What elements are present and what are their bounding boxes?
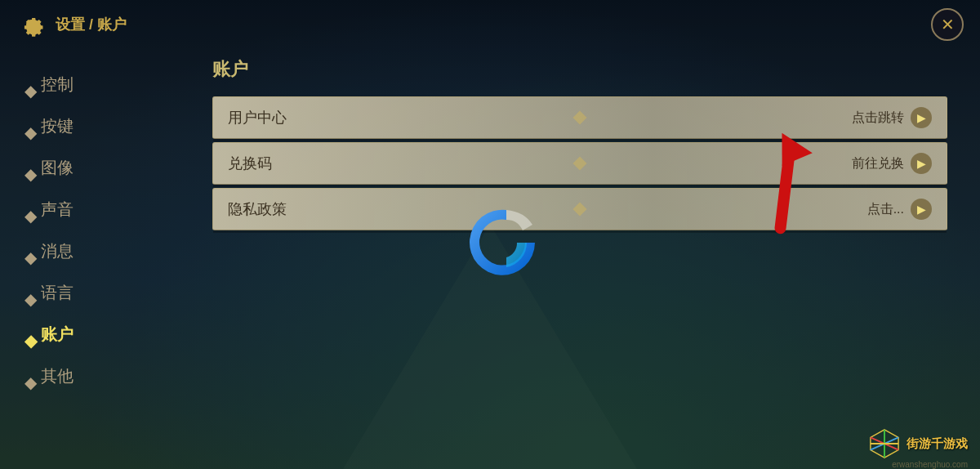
action-text-1: 前往兑换 xyxy=(852,155,904,172)
section-title: 账户 xyxy=(212,57,947,82)
sidebar: ◆ 控制 ◆ 按键 ◆ 图像 ◆ 声音 ◆ 消息 ◆ 语言 xyxy=(0,57,180,461)
sidebar-label-message: 消息 xyxy=(41,240,74,262)
sidebar-label-sound: 声音 xyxy=(41,199,74,221)
main-content: 账户 用户中心 点击跳转 ▶ 兑换码 前往兑换 ▶ 隐私政策 xyxy=(180,57,980,461)
menu-row-action-0: 点击跳转 ▶ xyxy=(852,107,932,128)
sidebar-item-language[interactable]: ◆ 语言 xyxy=(0,274,180,312)
diamond-icon-0: ◆ xyxy=(24,81,33,89)
menu-row-action-2: 点击... ▶ xyxy=(867,199,932,220)
sidebar-item-image[interactable]: ◆ 图像 xyxy=(0,149,180,187)
sidebar-label-keys: 按键 xyxy=(41,115,74,137)
diamond-icon-5: ◆ xyxy=(24,289,33,297)
watermark-logo xyxy=(869,428,900,459)
sidebar-item-keys[interactable]: ◆ 按键 xyxy=(0,107,180,145)
menu-row-user-center[interactable]: 用户中心 点击跳转 ▶ xyxy=(212,96,947,139)
watermark: 街游千游戏 xyxy=(869,428,968,459)
diamond-icon-2: ◆ xyxy=(24,164,33,172)
sidebar-label-other: 其他 xyxy=(41,365,74,387)
sidebar-item-control[interactable]: ◆ 控制 xyxy=(0,65,180,104)
sidebar-label-language: 语言 xyxy=(41,282,74,304)
breadcrumb: 设置 / 账户 xyxy=(56,15,127,34)
chevron-icon-0: ▶ xyxy=(911,107,932,128)
menu-row-redeem[interactable]: 兑换码 前往兑换 ▶ xyxy=(212,142,947,185)
menu-row-action-1: 前往兑换 ▶ xyxy=(852,153,932,174)
chevron-icon-2: ▶ xyxy=(911,199,932,220)
gear-icon xyxy=(16,10,46,39)
header: 设置 / 账户 ✕ xyxy=(0,0,980,49)
edge-logo xyxy=(466,202,547,284)
diamond-icon-1: ◆ xyxy=(24,123,33,131)
sidebar-item-other[interactable]: ◆ 其他 xyxy=(0,357,180,395)
diamond-icon-3: ◆ xyxy=(24,206,33,214)
sidebar-item-account[interactable]: ◆ 账户 xyxy=(0,315,180,354)
sidebar-item-message[interactable]: ◆ 消息 xyxy=(0,232,180,270)
diamond-icon-6: ◆ xyxy=(24,331,33,339)
action-text-2: 点击... xyxy=(867,201,904,218)
sidebar-label-image: 图像 xyxy=(41,157,74,179)
sidebar-label-control: 控制 xyxy=(41,74,74,96)
watermark-text: 街游千游戏 xyxy=(906,436,968,452)
chevron-icon-1: ▶ xyxy=(911,153,932,174)
diamond-icon-7: ◆ xyxy=(24,373,33,381)
sidebar-item-sound[interactable]: ◆ 声音 xyxy=(0,190,180,229)
action-text-0: 点击跳转 xyxy=(852,109,904,127)
diamond-icon-4: ◆ xyxy=(24,248,33,256)
sidebar-label-account: 账户 xyxy=(41,324,74,346)
close-button[interactable]: ✕ xyxy=(931,8,964,41)
menu-row-label-0: 用户中心 xyxy=(228,108,852,127)
